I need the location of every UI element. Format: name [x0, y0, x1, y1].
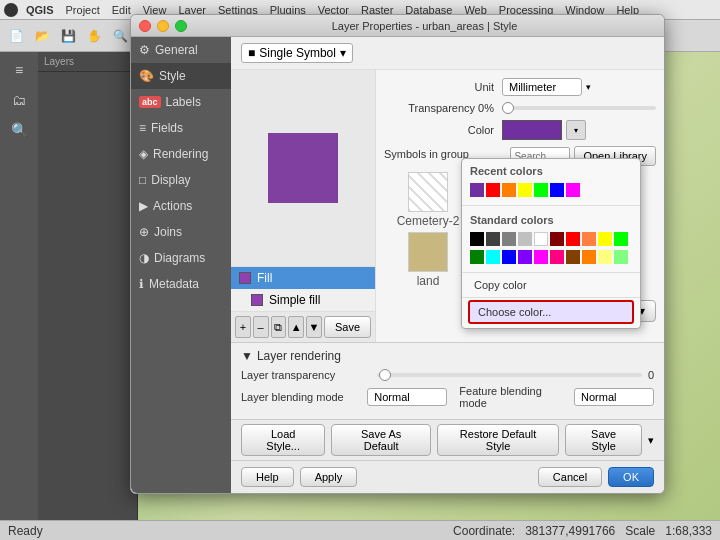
copy-color-action[interactable]: Copy color — [462, 275, 640, 295]
std-swatch-14[interactable] — [534, 250, 548, 264]
menu-edit[interactable]: Edit — [112, 4, 131, 16]
std-swatch-06[interactable] — [566, 232, 580, 246]
std-swatch-05[interactable] — [550, 232, 564, 246]
sidebar-search[interactable]: 🔍 — [4, 116, 34, 144]
apple-logo — [4, 3, 18, 17]
recent-swatch-3[interactable] — [518, 183, 532, 197]
remove-layer-btn[interactable]: – — [253, 316, 269, 338]
std-swatch-09[interactable] — [614, 232, 628, 246]
std-swatch-18[interactable] — [598, 250, 612, 264]
recent-swatch-4[interactable] — [534, 183, 548, 197]
rendering-section: ▼ Layer rendering Layer transparency 0 L… — [231, 342, 664, 419]
recent-swatch-6[interactable] — [566, 183, 580, 197]
ok-button[interactable]: OK — [608, 467, 654, 487]
help-button[interactable]: Help — [241, 467, 294, 487]
fill-layer-item[interactable]: Fill — [231, 267, 375, 289]
recent-swatch-1[interactable] — [486, 183, 500, 197]
rendering-section-toggle[interactable]: ▼ Layer rendering — [241, 349, 654, 363]
nav-fields[interactable]: ≡ Fields — [131, 115, 231, 141]
close-button[interactable] — [139, 20, 151, 32]
feature-blending-selector[interactable]: Normal — [574, 388, 654, 406]
save-as-default-btn[interactable]: Save As Default — [331, 424, 431, 456]
standard-colors-row1 — [462, 230, 640, 248]
nav-labels[interactable]: abc Labels — [131, 89, 231, 115]
dialog-body: ⚙ General 🎨 Style abc Labels ≡ Fields ◈ … — [131, 37, 664, 493]
std-swatch-11[interactable] — [486, 250, 500, 264]
toolbar-save[interactable]: 💾 — [56, 24, 80, 48]
nav-metadata[interactable]: ℹ Metadata — [131, 271, 231, 297]
std-swatch-08[interactable] — [598, 232, 612, 246]
unit-selector[interactable]: Millimeter — [502, 78, 582, 96]
move-down-btn[interactable]: ▼ — [306, 316, 322, 338]
nav-joins[interactable]: ⊕ Joins — [131, 219, 231, 245]
choose-color-btn[interactable]: Choose color... — [468, 300, 634, 324]
std-swatch-12[interactable] — [502, 250, 516, 264]
maximize-button[interactable] — [175, 20, 187, 32]
toolbar-zoom-in[interactable]: 🔍 — [108, 24, 132, 48]
apply-button[interactable]: Apply — [300, 467, 358, 487]
nav-diagrams[interactable]: ◑ Diagrams — [131, 245, 231, 271]
restore-default-btn[interactable]: Restore Default Style — [437, 424, 559, 456]
unit-row: Unit Millimeter ▾ — [384, 78, 656, 96]
save-style-btn[interactable]: Save Style — [565, 424, 642, 456]
simple-fill-item[interactable]: Simple fill — [231, 289, 375, 311]
add-layer-btn[interactable]: + — [235, 316, 251, 338]
cancel-button[interactable]: Cancel — [538, 467, 602, 487]
toolbar-new[interactable]: 📄 — [4, 24, 28, 48]
coordinate-value: 381377,4991766 — [525, 524, 615, 538]
sidebar-layers[interactable]: ≡ — [4, 56, 34, 84]
recent-swatch-5[interactable] — [550, 183, 564, 197]
recent-swatch-2[interactable] — [502, 183, 516, 197]
menu-qgis[interactable]: QGIS — [26, 4, 54, 16]
std-swatch-10[interactable] — [470, 250, 484, 264]
nav-general[interactable]: ⚙ General — [131, 37, 231, 63]
coordinate-label: Coordinate: — [453, 524, 515, 538]
diagrams-icon: ◑ — [139, 251, 149, 265]
nav-rendering[interactable]: ◈ Rendering — [131, 141, 231, 167]
symbol-land[interactable]: land — [384, 232, 472, 288]
nav-style[interactable]: 🎨 Style — [131, 63, 231, 89]
transparency-slider-thumb[interactable] — [502, 102, 514, 114]
symbol-type-selector[interactable]: ■ Single Symbol ▾ — [241, 43, 353, 63]
dialog-title: Layer Properties - urban_areas | Style — [193, 20, 656, 32]
minimize-button[interactable] — [157, 20, 169, 32]
unit-dropdown-icon: ▾ — [586, 82, 591, 92]
duplicate-layer-btn[interactable]: ⧉ — [271, 316, 287, 338]
transparency-row: Transparency 0% — [384, 102, 656, 114]
layer-transparency-slider[interactable] — [377, 373, 642, 377]
std-swatch-02[interactable] — [502, 232, 516, 246]
symbol-preview-square — [268, 133, 338, 203]
toolbar-pan[interactable]: ✋ — [82, 24, 106, 48]
std-swatch-03[interactable] — [518, 232, 532, 246]
nav-actions-label: Actions — [153, 199, 192, 213]
std-swatch-00[interactable] — [470, 232, 484, 246]
blending-row: Layer blending mode Normal Feature blend… — [241, 385, 654, 409]
load-style-btn[interactable]: Load Style... — [241, 424, 325, 456]
layer-transparency-thumb[interactable] — [379, 369, 391, 381]
std-swatch-01[interactable] — [486, 232, 500, 246]
nav-joins-label: Joins — [154, 225, 182, 239]
std-swatch-17[interactable] — [582, 250, 596, 264]
std-swatch-19[interactable] — [614, 250, 628, 264]
std-swatch-04[interactable] — [534, 232, 548, 246]
dialog-titlebar: Layer Properties - urban_areas | Style — [131, 15, 664, 37]
transparency-slider[interactable] — [502, 106, 656, 110]
nav-display[interactable]: □ Display — [131, 167, 231, 193]
symbol-layers-list: Fill Simple fill — [231, 266, 375, 311]
color-swatch[interactable] — [502, 120, 562, 140]
sidebar-browser[interactable]: 🗂 — [4, 86, 34, 114]
std-swatch-15[interactable] — [550, 250, 564, 264]
toolbar-open[interactable]: 📂 — [30, 24, 54, 48]
symbol-cemetery[interactable]: Cemetery-2 — [384, 172, 472, 228]
std-swatch-13[interactable] — [518, 250, 532, 264]
recent-swatch-0[interactable] — [470, 183, 484, 197]
menu-project[interactable]: Project — [66, 4, 100, 16]
nav-actions[interactable]: ▶ Actions — [131, 193, 231, 219]
std-swatch-16[interactable] — [566, 250, 580, 264]
style-area: Fill Simple fill + – ⧉ ▲ ▼ Save — [231, 70, 664, 342]
move-up-btn[interactable]: ▲ — [288, 316, 304, 338]
layer-blending-selector[interactable]: Normal — [367, 388, 447, 406]
color-dropdown-btn[interactable]: ▾ — [566, 120, 586, 140]
save-symbol-btn[interactable]: Save — [324, 316, 371, 338]
std-swatch-07[interactable] — [582, 232, 596, 246]
